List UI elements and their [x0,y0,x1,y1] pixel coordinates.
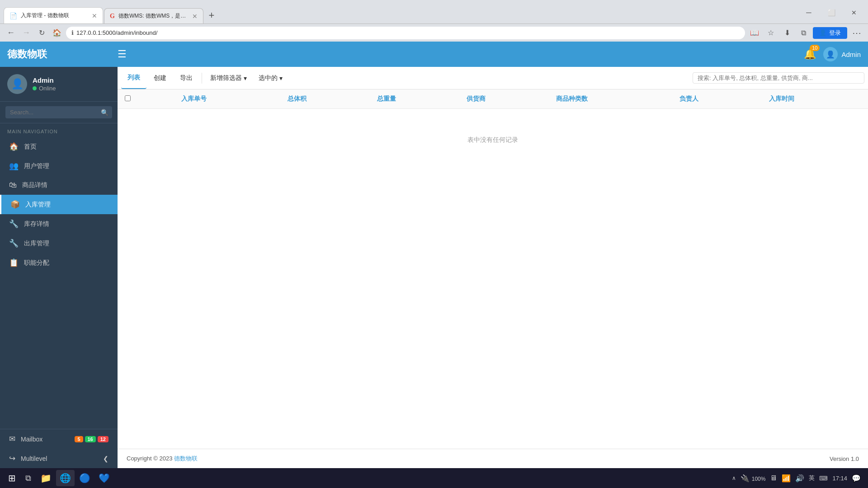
tab1-close[interactable]: ✕ [92,12,97,19]
multilevel-item[interactable]: ↪ Multilevel ❮ [0,449,118,468]
content-toolbar: 列表 创建 导出 新增筛选器 ▾ 选中的 ▾ [118,67,868,89]
total-volume-header[interactable]: 总体积 [280,89,370,109]
footer-copyright: Copyright © 2023 德数物联 [127,455,198,463]
network-icon: 🖥 [770,474,777,482]
new-tab-button[interactable]: + [204,8,219,23]
reader-mode-icon[interactable]: 📖 [748,26,761,40]
header-right: 🔔 10 👤 Admin [804,47,868,61]
clock-time: 17:14 [832,475,847,482]
sidebar-bottom: ✉ Mailbox 5 16 12 ↪ Multilevel ❮ [0,429,118,468]
favorites-icon[interactable]: ☆ [764,26,778,40]
sidebar-user-section: 👤 Admin Online [0,67,118,102]
product-types-label: 商品种类数 [556,95,588,102]
content-area: 列表 创建 导出 新增筛选器 ▾ 选中的 ▾ [118,67,868,468]
sidebar-status: Online [33,85,56,92]
taskbar-ime[interactable]: ⌨ [819,475,828,482]
mailbox-badge-3: 12 [98,436,108,442]
notification-badge: 10 [810,45,820,51]
home-nav-label: 首页 [24,143,37,151]
minimize-button[interactable]: ─ [798,5,819,20]
sidebar-nav-item-home[interactable]: 🏠 首页 [0,137,118,156]
taskbar-file-explorer[interactable]: 📁 [37,470,55,486]
taskbar-edge2[interactable]: 🔵 [75,470,94,486]
list-tab-button[interactable]: 列表 [121,67,146,89]
browser-chrome: 📄 入库管理 - 德数物联 ✕ G 德数WMS: 德数WMS，是一个可... ✕… [0,0,868,23]
toolbar-search-bar [693,72,864,84]
taskbar-clock[interactable]: 17:14 [832,475,847,482]
vscode-icon: 💙 [99,473,110,483]
lang-label: 英 [809,474,815,481]
collections-icon[interactable]: ⬇ [780,26,794,40]
select-all-checkbox[interactable] [125,95,131,101]
home-nav-icon: 🏠 [9,142,19,151]
taskbar-notification[interactable]: 💬 [852,474,861,483]
table-header: 入库单号 总体积 总重量 供货商 [118,89,868,109]
url-bar[interactable]: ℹ 127.0.0.1:5000/admin/inbound/ [66,27,745,39]
sidebar-nav-item-product-detail[interactable]: 🛍 商品详情 [0,176,118,195]
taskbar-network-wired[interactable]: 🖥 [770,474,777,482]
taskbar-search-icon[interactable]: ⧉ [21,470,36,486]
sidebar-search-input[interactable] [5,106,112,118]
sidebar-nav-item-outbound[interactable]: 🔧 出库管理 [0,234,118,253]
company-link[interactable]: 德数物联 [174,455,198,462]
outbound-label: 出库管理 [24,239,49,248]
taskbar-vscode[interactable]: 💙 [95,470,113,486]
toolbar-search-input[interactable] [698,75,859,81]
hamburger-button[interactable]: ☰ [118,48,127,60]
refresh-button[interactable]: ↻ [35,27,48,39]
export-button[interactable]: 导出 [174,71,199,85]
copyright-text: Copyright © 2023 [127,455,174,462]
close-button[interactable]: ✕ [844,5,864,20]
taskbar-wifi[interactable]: 📶 [782,474,791,483]
supplier-header[interactable]: 供货商 [459,89,549,109]
data-table: 入库单号 总体积 总重量 供货商 [118,89,868,171]
mailbox-item[interactable]: ✉ Mailbox 5 16 12 [0,429,118,449]
product-detail-icon: 🛍 [9,181,17,190]
user-area[interactable]: 👤 Admin [823,47,861,61]
taskbar-volume[interactable]: 🔊 [795,474,804,483]
filter-chevron-icon: ▾ [244,75,247,82]
maximize-button[interactable]: ⬜ [821,5,842,20]
back-button[interactable]: ← [5,27,17,39]
logo-text: 德数物联 [7,48,47,60]
sidebar-nav-item-role[interactable]: 📋 职能分配 [0,253,118,272]
responsible-header[interactable]: 负责人 [672,89,762,109]
inbound-id-header[interactable]: 入库单号 [174,89,280,109]
header-username: Admin [841,51,861,58]
taskbar-edge[interactable]: 🌐 [56,470,75,486]
taskbar-start-button[interactable]: ⊞ [4,470,20,486]
battery-label: 100% [752,476,766,482]
actions-header [138,89,174,109]
tab2-close[interactable]: ✕ [192,13,198,20]
multilevel-label: Multilevel [21,455,47,462]
select-chevron-icon: ▾ [279,75,283,82]
responsible-label: 负责人 [679,95,698,102]
browser-tab-2[interactable]: G 德数WMS: 德数WMS，是一个可... ✕ [104,8,203,23]
multilevel-chevron-icon: ❮ [103,455,108,462]
product-types-header[interactable]: 商品种类数 [549,89,672,109]
taskbar-lang[interactable]: 英 [809,474,815,482]
create-button[interactable]: 创建 [147,71,173,85]
sidebar-nav-item-inventory[interactable]: 🔧 库存详情 [0,214,118,234]
status-dot [33,86,37,90]
split-view-icon[interactable]: ⧉ [797,26,810,40]
forward-button[interactable]: → [20,27,33,39]
browser-tabs: 📄 入库管理 - 德数物联 ✕ G 德数WMS: 德数WMS，是一个可... ✕… [4,0,219,23]
select-dropdown-button[interactable]: 选中的 ▾ [253,71,288,85]
browser-menu-button[interactable]: ⋯ [850,26,863,40]
sidebar-nav-item-inbound[interactable]: 📦 入库管理 [0,195,118,214]
mailbox-badge-2: 16 [85,436,96,442]
taskview-icon: ⧉ [25,474,31,483]
notification-bell[interactable]: 🔔 10 [804,48,816,60]
edge2-icon: 🔵 [79,473,90,483]
inbound-time-header[interactable]: 入库时间 [762,89,868,109]
home-button[interactable]: 🏠 [51,27,63,39]
status-text: Online [39,85,56,92]
taskbar-power[interactable]: 🔌 100% [741,474,765,483]
taskbar-chevron[interactable]: ∧ [732,475,736,481]
browser-tab-1[interactable]: 📄 入库管理 - 德数物联 ✕ [4,7,103,23]
total-weight-header[interactable]: 总重量 [370,89,459,109]
filter-dropdown-button[interactable]: 新增筛选器 ▾ [205,71,252,85]
login-button[interactable]: 👤 登录 [813,27,847,39]
sidebar-nav-item-user-management[interactable]: 👥 用户管理 [0,156,118,176]
